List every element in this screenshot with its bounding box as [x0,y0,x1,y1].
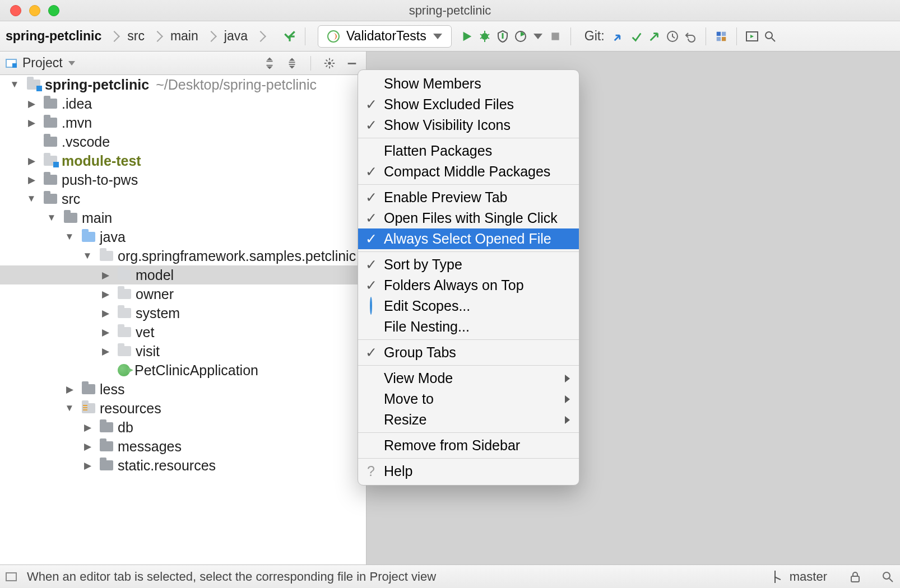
build-icon[interactable] [282,29,297,44]
git-branch[interactable]: master [790,570,827,584]
menu-help[interactable]: Help [358,461,579,482]
menu-always-select-opened[interactable]: Always Select Opened File [358,228,579,249]
tree-folder-mvn[interactable]: .mvn [0,113,366,132]
svg-rect-5 [721,31,725,35]
git-history-icon[interactable] [665,29,680,44]
disclosure-icon[interactable] [24,117,39,129]
disclosure-icon[interactable] [80,460,95,472]
stop-icon[interactable] [548,29,563,44]
gear-icon[interactable] [321,55,338,72]
disclosure-icon[interactable] [80,441,95,452]
disclosure-icon[interactable] [24,174,39,186]
disclosure-icon[interactable] [24,193,39,204]
tree-root[interactable]: spring-petclinic~/Desktop/spring-petclin… [0,75,366,94]
tree-folder-messages[interactable]: messages [0,437,366,456]
tree-package-vet[interactable]: vet [0,323,366,342]
tree-label: messages [118,438,182,455]
search-icon[interactable] [881,570,894,584]
menu-show-visibility[interactable]: Show Visibility Icons [358,115,579,136]
run-anything-icon[interactable] [745,29,759,44]
coverage-icon[interactable] [495,29,510,44]
check-icon [363,189,379,206]
disclosure-icon[interactable] [80,250,95,262]
window-title: spring-petclinic [0,3,900,18]
lock-icon[interactable] [848,570,862,584]
disclosure-icon[interactable] [7,79,22,90]
run-more-dropdown-icon[interactable] [533,34,542,39]
toolwindow-title[interactable]: Project [22,55,63,71]
disclosure-icon[interactable] [44,212,59,223]
tree-package[interactable]: org.springframework.samples.petclinic [0,246,366,265]
tree-module-test[interactable]: module-test [0,151,366,170]
svg-point-9 [766,32,772,39]
tree-folder-static-resources[interactable]: static.resources [0,456,366,475]
tree-package-model[interactable]: model [0,265,366,284]
project-tree[interactable]: spring-petclinic~/Desktop/spring-petclin… [0,75,366,564]
toolwindow-toggle-icon[interactable] [6,572,17,581]
breadcrumb-main[interactable]: main [170,29,198,44]
package-icon [118,289,131,299]
disclosure-icon[interactable] [62,384,77,395]
menu-enable-preview[interactable]: Enable Preview Tab [358,187,579,208]
git-rollback-icon[interactable] [683,29,698,44]
debug-icon[interactable] [477,29,492,44]
disclosure-icon[interactable] [24,155,39,167]
tree-folder-idea[interactable]: .idea [0,94,366,113]
tree-label: module-test [62,153,141,169]
tree-folder-vscode[interactable]: .vscode [0,132,366,151]
tree-folder-src[interactable]: src [0,189,366,208]
view-dropdown-icon[interactable] [68,61,75,66]
collapse-all-icon[interactable] [284,55,300,72]
tree-folder-db[interactable]: db [0,418,366,437]
run-config-selector[interactable]: ValidatorTests [318,25,452,48]
menu-compact-middle[interactable]: Compact Middle Packages [358,161,579,182]
menu-file-nesting[interactable]: File Nesting... [358,316,579,337]
tree-package-visit[interactable]: visit [0,342,366,361]
disclosure-icon[interactable] [24,98,39,110]
breadcrumb-src[interactable]: src [127,29,145,44]
disclosure-icon[interactable] [98,269,113,281]
tree-folder-push-to-pws[interactable]: push-to-pws [0,170,366,189]
menu-remove-sidebar[interactable]: Remove from Sidebar [358,435,579,456]
tree-label: src [62,191,80,207]
expand-all-icon[interactable] [261,55,278,72]
disclosure-icon[interactable] [98,288,113,300]
tree-folder-less[interactable]: less [0,380,366,399]
menu-sort-by-type[interactable]: Sort by Type [358,254,579,275]
hide-icon[interactable] [344,55,360,72]
tree-package-system[interactable]: system [0,304,366,323]
titlebar: spring-petclinic [0,0,900,21]
folder-icon [100,460,113,470]
disclosure-icon[interactable] [62,403,77,414]
git-push-icon[interactable] [647,29,662,44]
git-commit-icon[interactable] [629,29,644,44]
project-structure-icon[interactable] [714,29,729,44]
menu-open-single-click[interactable]: Open Files with Single Click [358,208,579,228]
menu-edit-scopes[interactable]: Edit Scopes... [358,296,579,316]
disclosure-icon[interactable] [80,422,95,433]
menu-resize[interactable]: Resize [358,409,579,430]
run-icon[interactable] [460,29,474,44]
menu-flatten-packages[interactable]: Flatten Packages [358,141,579,161]
disclosure-icon[interactable] [98,346,113,357]
menu-show-excluded[interactable]: Show Excluded Files [358,94,579,115]
profile-icon[interactable] [513,29,528,44]
git-update-icon[interactable] [611,29,626,44]
breadcrumb-root[interactable]: spring-petclinic [6,29,101,44]
tree-package-owner[interactable]: owner [0,284,366,304]
disclosure-icon[interactable] [98,326,113,338]
menu-folders-top[interactable]: Folders Always on Top [358,275,579,296]
breadcrumb-java[interactable]: java [224,29,248,44]
menu-move-to[interactable]: Move to [358,389,579,409]
menu-show-members[interactable]: Show Members [358,73,579,94]
tree-folder-java[interactable]: java [0,227,366,246]
search-everywhere-icon[interactable] [763,29,777,44]
tree-folder-main[interactable]: main [0,208,366,227]
menu-view-mode[interactable]: View Mode [358,368,579,389]
tree-folder-resources[interactable]: resources [0,399,366,418]
menu-group-tabs[interactable]: Group Tabs [358,342,579,363]
svg-point-0 [481,33,488,40]
tree-class-petclinic[interactable]: PetClinicApplication [0,361,366,380]
disclosure-icon[interactable] [62,231,77,242]
disclosure-icon[interactable] [98,307,113,319]
